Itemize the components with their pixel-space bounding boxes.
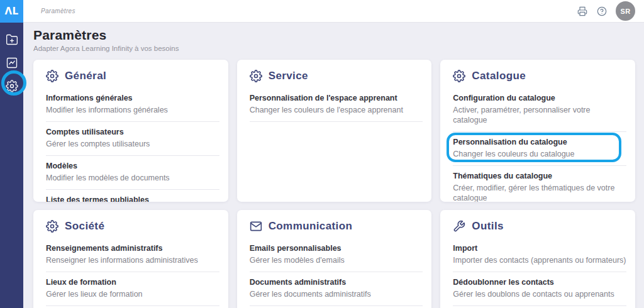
item-title: Comptes utilisateurs: [46, 127, 219, 137]
item-title: Renseignements administratifs: [46, 243, 219, 253]
card-header: Société: [33, 210, 228, 238]
item-title: Import: [453, 243, 626, 253]
card-header: Général: [33, 60, 228, 88]
card-title: Outils: [472, 220, 504, 233]
sidebar-item-settings[interactable]: [5, 79, 19, 93]
card-service: Service Personnalisation de l'espace app…: [237, 60, 432, 202]
settings-link-lieux-de-formation[interactable]: Lieux de formation Gérer les lieux de fo…: [46, 272, 219, 306]
item-subtitle: Créer, modifier, gérer les thématiques d…: [453, 183, 626, 202]
settings-link-renseignements-administratifs[interactable]: Renseignements administratifs Renseigner…: [46, 238, 219, 272]
item-title: Liste des termes publiables: [46, 195, 219, 202]
settings-link-comptes-utilisateurs[interactable]: Comptes utilisateurs Gérer les comptes u…: [46, 122, 219, 156]
item-title: Configuration du catalogue: [453, 93, 626, 103]
card-title: Catalogue: [472, 70, 526, 82]
item-title: Dédoublonner les contacts: [453, 277, 626, 287]
settings-link-modeles[interactable]: Modèles Modifier les modèles de document…: [46, 156, 219, 190]
card-header: Outils: [440, 210, 635, 238]
item-subtitle: Activer, paramétrer, personnaliser votre…: [453, 105, 626, 125]
item-subtitle: Gérer les doublons de contacts ou appren…: [453, 289, 626, 299]
card-outils: Outils Import Importer des contacts (app…: [440, 210, 635, 308]
item-subtitle: Changer les couleurs du catalogue: [453, 149, 626, 159]
breadcrumb: Paramètres: [41, 8, 75, 14]
card-header: Communication: [237, 210, 432, 238]
card-title: Communication: [269, 220, 353, 233]
printer-icon: [577, 6, 587, 16]
settings-link-personnalisation-catalogue[interactable]: Personnalisation du catalogue Changer le…: [453, 132, 626, 166]
mail-icon: [250, 220, 262, 233]
item-subtitle: Modifier les informations générales: [46, 105, 219, 115]
settings-card-grid: Général Informations générales Modifier …: [33, 60, 635, 308]
print-button[interactable]: [577, 6, 588, 17]
item-title: Documents administratifs: [250, 277, 423, 287]
page-subtitle: Adapter Agora Learning Infinity à vos be…: [33, 44, 635, 53]
item-title: Personnalisation de l'espace apprenant: [250, 93, 423, 103]
help-icon: [597, 6, 607, 16]
gear-icon: [46, 220, 58, 233]
settings-link-configuration-catalogue[interactable]: Configuration du catalogue Activer, para…: [453, 88, 626, 132]
item-title: Modèles: [46, 161, 219, 171]
item-subtitle: Importer des contacts (apprenants ou for…: [453, 255, 626, 265]
sidebar: ΛL: [0, 0, 23, 308]
card-title: Général: [65, 70, 106, 82]
settings-link-documents-administratifs[interactable]: Documents administratifs Gérer les docum…: [250, 272, 423, 306]
card-general: Général Informations générales Modifier …: [33, 60, 228, 202]
card-header: Catalogue: [440, 60, 635, 88]
help-button[interactable]: [596, 6, 608, 17]
card-societe: Société Renseignements administratifs Re…: [33, 210, 228, 308]
item-subtitle: Gérer les lieux de formation: [46, 289, 219, 299]
wrench-icon: [453, 220, 465, 233]
item-subtitle: Changer les couleurs de l'espace apprena…: [250, 105, 423, 115]
topbar: Paramètres SR: [23, 0, 644, 23]
page-title: Paramètres: [33, 28, 635, 43]
settings-link-personnalisation-espace-apprenant[interactable]: Personnalisation de l'espace apprenant C…: [250, 88, 423, 122]
card-communication: Communication Emails personnalisables Gé…: [237, 210, 432, 308]
item-title: Lieux de formation: [46, 277, 219, 287]
card-title: Service: [269, 70, 308, 82]
app-logo[interactable]: ΛL: [0, 0, 23, 23]
main-content: Paramètres Adapter Agora Learning Infini…: [23, 23, 644, 308]
item-subtitle: Gérer les comptes utilisateurs: [46, 139, 219, 149]
gear-icon: [453, 70, 465, 82]
card-catalogue: Catalogue Configuration du catalogue Act…: [440, 60, 635, 202]
settings-link-import[interactable]: Import Importer des contacts (apprenants…: [453, 238, 626, 272]
sidebar-item-analytics[interactable]: [5, 56, 19, 70]
item-subtitle: Renseigner les informations administrati…: [46, 255, 219, 265]
settings-link-informations-generales[interactable]: Informations générales Modifier les info…: [46, 88, 219, 122]
item-title: Thématiques du catalogue: [453, 171, 626, 181]
settings-link-dedoublonner-contacts[interactable]: Dédoublonner les contacts Gérer les doub…: [453, 272, 626, 306]
item-title: Informations générales: [46, 93, 219, 103]
analytics-icon: [6, 57, 18, 69]
settings-link-emails-personnalisables[interactable]: Emails personnalisables Gérer les modèle…: [250, 238, 423, 272]
settings-link-termes-publiables[interactable]: Liste des termes publiables Configurer l…: [46, 190, 219, 202]
item-subtitle: Modifier les modèles de documents: [46, 173, 219, 183]
gear-icon: [46, 70, 58, 82]
item-title: Emails personnalisables: [250, 243, 423, 253]
sidebar-item-folder-plus[interactable]: [5, 33, 19, 47]
settings-link-thematiques-catalogue[interactable]: Thématiques du catalogue Créer, modifier…: [453, 166, 626, 202]
settings-gear-icon: [6, 80, 18, 92]
item-subtitle: Gérer les documents administratifs: [250, 289, 423, 299]
user-avatar[interactable]: SR: [616, 1, 635, 21]
card-header: Service: [237, 60, 432, 88]
item-subtitle: Gérer les modèles d'emails: [250, 255, 423, 265]
gear-icon: [250, 70, 262, 82]
item-title: Personnalisation du catalogue: [453, 137, 626, 147]
card-title: Société: [65, 220, 104, 233]
folder-plus-icon: [6, 33, 18, 46]
